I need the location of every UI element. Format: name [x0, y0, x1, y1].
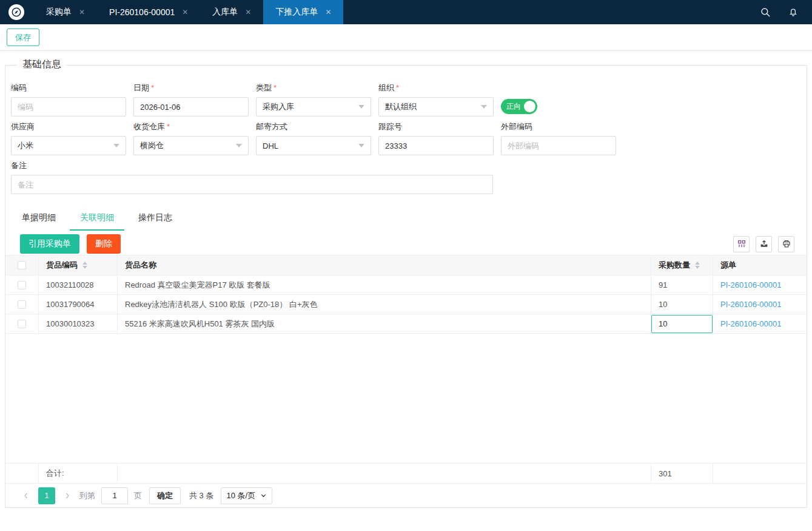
search-icon[interactable]	[760, 7, 771, 18]
source-order-link[interactable]: PI-260106-00001	[720, 300, 781, 309]
source-order-link[interactable]: PI-260106-00001	[720, 319, 781, 328]
export-icon	[759, 239, 769, 249]
direction-toggle[interactable]: 正向	[501, 99, 537, 114]
tab-label: PI-260106-00001	[109, 7, 175, 17]
chevron-down-icon	[113, 144, 119, 147]
tab-operation-log[interactable]: 操作日志	[128, 212, 183, 231]
delete-button[interactable]: 删除	[87, 234, 121, 254]
tab-purchase-order[interactable]: 采购单 ✕	[34, 0, 97, 24]
header-item-code[interactable]: 货品编码	[39, 255, 118, 275]
app-logo	[8, 4, 24, 20]
close-icon[interactable]: ✕	[325, 8, 331, 16]
field-org: 组织* 默认组织	[378, 83, 494, 117]
chevron-down-icon	[260, 492, 267, 499]
tracking-label: 跟踪号	[378, 122, 402, 131]
page-number-button[interactable]: 1	[38, 487, 55, 504]
export-button[interactable]	[756, 236, 772, 252]
org-select[interactable]: 默认组织	[378, 97, 494, 117]
purchase-qty-input[interactable]	[651, 315, 713, 333]
item-code-cell: 10031790064	[39, 295, 118, 314]
row-checkbox[interactable]	[18, 320, 26, 328]
type-label: 类型	[256, 83, 272, 92]
chevron-down-icon	[358, 105, 364, 109]
tab-document-detail[interactable]: 单据明细	[12, 212, 66, 231]
chevron-down-icon	[358, 144, 364, 147]
window-tabs: 采购单 ✕ PI-260106-00001 ✕ 入库单 ✕ 下推入库单 ✕	[34, 0, 343, 24]
row-checkbox[interactable]	[18, 281, 26, 289]
tab-inbound-order[interactable]: 入库单 ✕	[200, 0, 263, 24]
main-panel: 基础信息 编码 日期* 类型* 采购入库 组织* 默认组织	[5, 65, 807, 508]
source-order-link[interactable]: PI-260106-00001	[720, 280, 781, 289]
external-code-label: 外部编码	[501, 122, 532, 131]
tab-related-detail[interactable]: 关联明细	[70, 212, 124, 231]
supplier-select[interactable]: 小米	[11, 136, 126, 155]
goto-suffix-label: 页	[134, 490, 142, 501]
remark-input[interactable]	[11, 175, 493, 194]
row-checkbox[interactable]	[18, 300, 26, 309]
field-supplier: 供应商 小米	[11, 121, 126, 155]
field-external-code: 外部编码	[501, 121, 616, 155]
code-input[interactable]	[11, 97, 126, 117]
column-settings-icon	[737, 239, 747, 249]
date-label: 日期	[133, 83, 149, 92]
close-icon[interactable]: ✕	[245, 8, 251, 16]
header-purchase-qty[interactable]: 采购数量	[651, 255, 713, 275]
select-all-checkbox[interactable]	[18, 261, 26, 269]
org-label: 组织	[378, 83, 394, 92]
save-toolbar: 保存	[0, 24, 812, 51]
purchase-qty-cell: 91	[651, 276, 713, 294]
field-warehouse: 收货仓库* 横岗仓	[133, 121, 249, 155]
type-select[interactable]: 采购入库	[256, 97, 371, 117]
topbar-actions	[760, 7, 812, 18]
required-mark: *	[273, 83, 277, 92]
table-empty-area	[5, 334, 807, 463]
compass-icon	[11, 7, 22, 18]
warehouse-select[interactable]: 横岗仓	[133, 136, 249, 155]
field-type: 类型* 采购入库	[256, 83, 371, 117]
next-page-button[interactable]	[61, 487, 73, 504]
header-source-order: 源单	[713, 255, 807, 275]
chevron-left-icon	[22, 492, 30, 499]
prev-page-button[interactable]	[20, 487, 32, 504]
detail-tabs: 单据明细 关联明细 操作日志	[5, 212, 807, 231]
table-body: 10032110028 Redroad 真空吸尘美宠器P17 欧版 套餐版 91…	[5, 276, 807, 334]
column-settings-button[interactable]	[733, 236, 750, 252]
supplier-value: 小米	[18, 140, 33, 151]
close-icon[interactable]: ✕	[182, 8, 188, 16]
close-icon[interactable]: ✕	[79, 8, 85, 16]
print-button[interactable]	[778, 236, 794, 252]
tab-pi-260106-00001[interactable]: PI-260106-00001 ✕	[97, 0, 200, 24]
chevron-down-icon	[481, 105, 487, 109]
detail-toolbar: 引用采购单 删除	[5, 234, 807, 254]
confirm-page-button[interactable]: 确定	[149, 487, 181, 504]
sort-icon	[82, 262, 87, 269]
shipping-label: 邮寄方式	[256, 122, 287, 131]
external-code-input[interactable]	[501, 136, 616, 155]
pagination: 1 到第 页 确定 共 3 条 10 条/页	[5, 484, 807, 507]
tracking-input[interactable]	[378, 136, 494, 155]
date-input[interactable]	[133, 97, 249, 117]
table-footer-row: 合计: 301	[5, 463, 807, 484]
total-label-cell: 合计:	[39, 464, 118, 483]
goto-page-input[interactable]	[101, 487, 128, 504]
page-size-select[interactable]: 10 条/页	[221, 487, 272, 504]
header-item-name: 货品名称	[118, 255, 651, 275]
tab-label: 采购单	[46, 7, 72, 18]
select-all-cell	[5, 255, 39, 275]
shipping-select[interactable]: DHL	[256, 136, 371, 155]
shipping-value: DHL	[263, 141, 278, 151]
bell-icon[interactable]	[788, 7, 799, 18]
page-size-value: 10 条/页	[226, 490, 255, 501]
save-button[interactable]: 保存	[7, 29, 39, 46]
print-icon	[782, 239, 791, 249]
reference-purchase-order-button[interactable]: 引用采购单	[20, 234, 79, 254]
tab-label: 入库单	[212, 7, 238, 18]
item-name-cell: Redkey泳池清洁机器人 S100 欧版（PZ0-18） 白+灰色	[118, 295, 651, 314]
total-count-label: 共 3 条	[189, 490, 213, 501]
table-row: 10032110028 Redroad 真空吸尘美宠器P17 欧版 套餐版 91…	[5, 276, 807, 295]
item-code-cell: 10032110028	[39, 276, 118, 294]
tab-push-inbound-order[interactable]: 下推入库单 ✕	[263, 0, 343, 24]
supplier-label: 供应商	[11, 122, 35, 131]
table-row: 10030010323 55216 米家高速吹风机H501 雾茶灰 国内版 PI…	[5, 314, 807, 334]
topbar: 采购单 ✕ PI-260106-00001 ✕ 入库单 ✕ 下推入库单 ✕	[0, 0, 812, 24]
